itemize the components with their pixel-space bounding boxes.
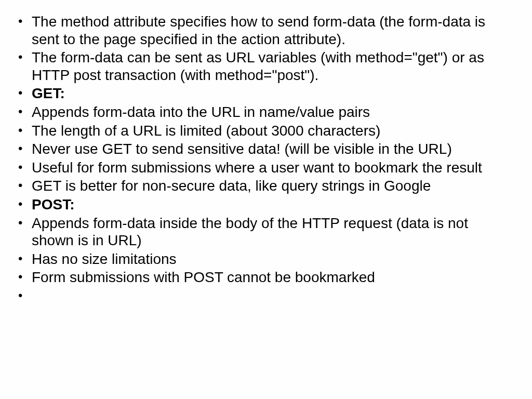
list-item-text: Appends form-data into the URL in name/v… (32, 104, 370, 120)
list-item-text: Form submissions with POST cannot be boo… (32, 269, 375, 285)
list-item-text: POST: (32, 196, 74, 212)
list-item: Useful for form submissions where a user… (13, 159, 514, 177)
list-item-text: Has no size limitations (32, 251, 177, 267)
list-item: GET: (13, 85, 514, 102)
bullet-list: The method attribute specifies how to se… (13, 13, 514, 286)
list-item: The form-data can be sent as URL variabl… (13, 49, 514, 84)
list-item: Has no size limitations (13, 250, 514, 268)
list-item-text: GET: (32, 85, 65, 101)
list-item: Appends form-data into the URL in name/v… (13, 103, 514, 121)
list-item: Never use GET to send sensitive data! (w… (13, 140, 514, 158)
list-item-text: Useful for form submissions where a user… (32, 159, 482, 176)
list-item: The method attribute specifies how to se… (13, 13, 514, 48)
list-item-text: Appends form-data inside the body of the… (32, 215, 468, 249)
list-item-text: The length of a URL is limited (about 30… (32, 123, 380, 139)
list-item: Appends form-data inside the body of the… (13, 215, 514, 249)
list-item: Form submissions with POST cannot be boo… (13, 269, 514, 286)
list-item-text: GET is better for non-secure data, like … (32, 178, 431, 194)
list-item-text: Never use GET to send sensitive data! (w… (32, 141, 452, 157)
list-item-text: The form-data can be sent as URL variabl… (32, 49, 484, 83)
list-item-text: The method attribute specifies how to se… (32, 14, 485, 47)
list-item: POST: (13, 196, 514, 214)
list-item: GET is better for non-secure data, like … (13, 177, 514, 195)
list-item: The length of a URL is limited (about 30… (13, 122, 514, 140)
